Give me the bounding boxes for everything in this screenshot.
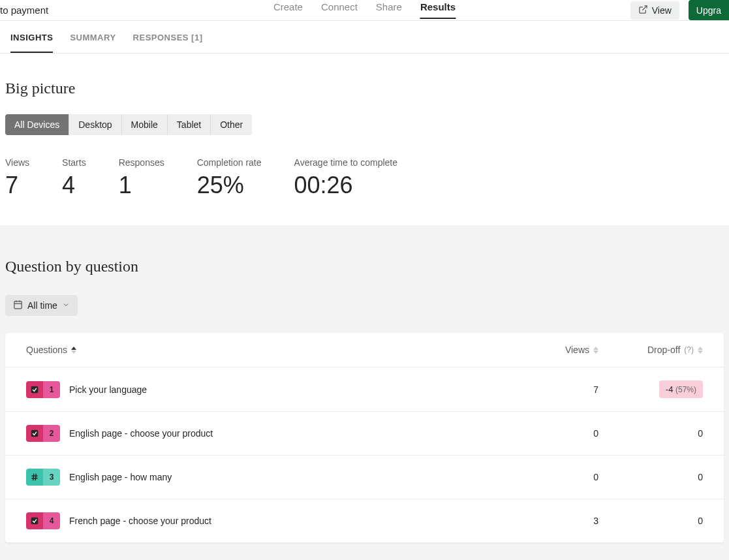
question-number: 2 bbox=[43, 425, 60, 442]
view-button-label: View bbox=[652, 5, 672, 16]
time-filter-dropdown[interactable]: All time bbox=[5, 295, 78, 316]
nav-create[interactable]: Create bbox=[273, 1, 303, 19]
upgrade-button[interactable]: Upgra bbox=[689, 0, 729, 20]
checkbox-icon bbox=[26, 425, 43, 442]
views-cell: 3 bbox=[520, 516, 598, 526]
header-questions-label: Questions bbox=[26, 345, 67, 355]
checkbox-icon bbox=[26, 512, 43, 529]
primary-nav: Create Connect Share Results bbox=[273, 1, 456, 19]
sort-icon bbox=[698, 347, 703, 354]
question-badge: 2 bbox=[26, 425, 60, 442]
top-right-actions: View Upgra bbox=[630, 0, 729, 20]
question-badge: 3 bbox=[26, 469, 60, 486]
svg-line-15 bbox=[33, 474, 34, 481]
tab-summary[interactable]: SUMMARY bbox=[70, 33, 116, 53]
question-number: 1 bbox=[43, 381, 60, 398]
svg-rect-12 bbox=[31, 430, 39, 437]
tab-responses[interactable]: RESPONSES [1] bbox=[133, 33, 203, 53]
page-title-fragment: to payment bbox=[0, 5, 48, 16]
view-button[interactable]: View bbox=[630, 1, 679, 20]
stat-views: Views 7 bbox=[5, 157, 29, 199]
svg-rect-17 bbox=[31, 518, 39, 525]
external-link-icon bbox=[638, 5, 648, 16]
stat-responses-label: Responses bbox=[119, 157, 164, 168]
hash-icon bbox=[26, 469, 43, 486]
calendar-icon bbox=[13, 300, 23, 311]
header-views-label: Views bbox=[565, 345, 589, 355]
questions-table: Questions Views Drop-off (?) bbox=[5, 333, 724, 543]
question-title: English page - choose your product bbox=[69, 428, 213, 439]
top-bar: to payment Create Connect Share Results … bbox=[0, 0, 729, 21]
sub-tabs: INSIGHTS SUMMARY RESPONSES [1] bbox=[0, 21, 729, 54]
stat-completion-label: Completion rate bbox=[197, 157, 262, 168]
svg-marker-5 bbox=[71, 347, 76, 350]
svg-line-16 bbox=[35, 474, 36, 481]
header-dropoff[interactable]: Drop-off (?) bbox=[598, 345, 703, 355]
device-tab-all[interactable]: All Devices bbox=[5, 114, 69, 135]
table-row[interactable]: 1Pick your language7-4 (57%) bbox=[5, 367, 724, 412]
question-title: French page - choose your product bbox=[69, 516, 211, 526]
svg-marker-6 bbox=[71, 350, 76, 354]
device-tab-tablet[interactable]: Tablet bbox=[168, 114, 211, 135]
device-filter-tabs: All Devices Desktop Mobile Tablet Other bbox=[5, 114, 252, 135]
stat-avgtime-label: Average time to complete bbox=[294, 157, 398, 168]
dropoff-cell: 0 bbox=[598, 516, 703, 526]
device-tab-other[interactable]: Other bbox=[211, 114, 252, 135]
question-title: Pick your language bbox=[69, 384, 147, 395]
dropoff-cell: 0 bbox=[598, 472, 703, 482]
stat-completion-value: 25% bbox=[197, 172, 262, 199]
question-cell: 4French page - choose your product bbox=[26, 512, 520, 529]
stat-views-value: 7 bbox=[5, 172, 29, 199]
help-icon[interactable]: (?) bbox=[684, 345, 694, 354]
question-cell: 1Pick your language bbox=[26, 381, 520, 398]
table-row[interactable]: 2English page - choose your product00 bbox=[5, 412, 724, 456]
time-filter-label: All time bbox=[27, 300, 57, 311]
tab-insights[interactable]: INSIGHTS bbox=[10, 33, 53, 53]
svg-marker-10 bbox=[698, 350, 703, 354]
device-tab-mobile[interactable]: Mobile bbox=[122, 114, 168, 135]
question-cell: 3English page - how many bbox=[26, 469, 520, 486]
header-views[interactable]: Views bbox=[520, 345, 598, 355]
stat-completion: Completion rate 25% bbox=[197, 157, 262, 199]
stat-starts-value: 4 bbox=[62, 172, 86, 199]
stat-avgtime: Average time to complete 00:26 bbox=[294, 157, 398, 199]
svg-marker-9 bbox=[698, 347, 703, 350]
views-cell: 0 bbox=[520, 472, 598, 482]
svg-line-0 bbox=[642, 5, 647, 10]
nav-results[interactable]: Results bbox=[420, 1, 456, 19]
question-cell: 2English page - choose your product bbox=[26, 425, 520, 442]
sort-icon bbox=[593, 347, 598, 354]
header-dropoff-label: Drop-off bbox=[647, 345, 680, 355]
stat-responses-value: 1 bbox=[119, 172, 164, 199]
stat-starts: Starts 4 bbox=[62, 157, 86, 199]
question-section: Question by question All time Questions … bbox=[0, 225, 729, 560]
table-row[interactable]: 3English page - how many00 bbox=[5, 456, 724, 499]
svg-marker-7 bbox=[593, 347, 598, 350]
table-row[interactable]: 4French page - choose your product30 bbox=[5, 499, 724, 543]
question-section-title: Question by question bbox=[5, 258, 724, 275]
stat-starts-label: Starts bbox=[62, 157, 86, 168]
dropoff-cell: 0 bbox=[598, 428, 703, 439]
dropoff-cell: -4 (57%) bbox=[598, 381, 703, 398]
svg-rect-1 bbox=[14, 302, 22, 309]
question-badge: 1 bbox=[26, 381, 60, 398]
question-number: 3 bbox=[43, 469, 60, 486]
nav-share[interactable]: Share bbox=[376, 1, 402, 19]
svg-marker-8 bbox=[593, 350, 598, 354]
stats-row: Views 7 Starts 4 Responses 1 Completion … bbox=[5, 157, 724, 199]
chevron-down-icon bbox=[62, 300, 70, 311]
stat-views-label: Views bbox=[5, 157, 29, 168]
question-number: 4 bbox=[43, 512, 60, 529]
question-title: English page - how many bbox=[69, 472, 172, 482]
big-picture-title: Big picture bbox=[5, 80, 724, 97]
device-tab-desktop[interactable]: Desktop bbox=[69, 114, 121, 135]
sort-icon bbox=[71, 347, 76, 354]
views-cell: 7 bbox=[520, 384, 598, 395]
stat-responses: Responses 1 bbox=[119, 157, 164, 199]
dropoff-pill: -4 (57%) bbox=[659, 381, 703, 398]
checkbox-icon bbox=[26, 381, 43, 398]
svg-rect-11 bbox=[31, 386, 39, 393]
stat-avgtime-value: 00:26 bbox=[294, 172, 398, 199]
nav-connect[interactable]: Connect bbox=[321, 1, 358, 19]
header-questions[interactable]: Questions bbox=[26, 345, 520, 355]
